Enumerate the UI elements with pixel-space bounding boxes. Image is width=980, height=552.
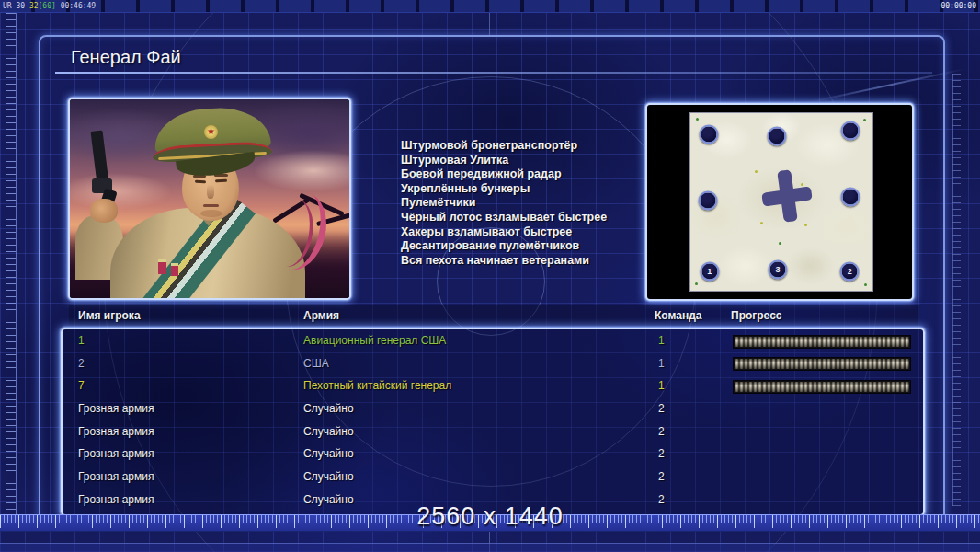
start-position-marker (768, 127, 787, 146)
player-team: 1 (658, 379, 665, 392)
ability-item: Штурмовой бронетранспортёр (401, 139, 607, 154)
player-army: Авиационный генерал США (303, 334, 446, 347)
progress-bar-fill (735, 337, 909, 347)
player-team: 2 (658, 447, 665, 460)
start-position-marker (841, 121, 860, 141)
player-army: Случайно (303, 425, 354, 438)
minimap: 132 (645, 103, 914, 301)
table-row: 7Пехотный китайский генерал1 (63, 374, 923, 397)
left-ruler (6, 13, 17, 519)
column-header-army: Армия (303, 309, 339, 322)
start-position-marker (841, 187, 860, 206)
ability-item: Чёрный лотос взламывает быстрее (401, 211, 607, 225)
map-resolution-label: 2560 x 1440 (0, 502, 980, 531)
player-team: 1 (658, 334, 665, 347)
start-position-marker (699, 125, 718, 144)
player-list: 1Авиационный генерал США12США17Пехотный … (61, 328, 925, 516)
player-army: Случайно (303, 447, 354, 460)
progress-bar-fill (735, 359, 909, 369)
progress-bar-fill (735, 382, 909, 392)
player-name: Грозная армия (78, 447, 154, 460)
ability-item: Вся пехота начинает ветеранами (401, 254, 607, 269)
player-team: 2 (658, 470, 665, 483)
table-row: Грозная армияСлучайно2 (63, 397, 923, 420)
player-name: 2 (78, 357, 85, 370)
ability-item: Хакеры взламывают быстрее (401, 225, 607, 240)
table-row: 2США1 (63, 352, 923, 375)
ability-item: Укреплённые бункеры (401, 182, 607, 197)
ability-item: Штурмовая Улитка (401, 154, 607, 168)
table-row: Грозная армияСлучайно2 (63, 420, 923, 443)
column-header-team: Команда (655, 309, 701, 322)
progress-bar (733, 335, 911, 349)
ability-item: Пулемётчики (401, 196, 607, 211)
player-team: 2 (658, 425, 665, 438)
title-underline (55, 72, 932, 74)
column-header-progress: Прогресс (731, 309, 781, 322)
right-ruler (952, 74, 961, 506)
player-army: Случайно (303, 470, 354, 483)
ability-item: Боевой передвижной радар (401, 167, 607, 182)
start-position-marker: 3 (769, 259, 788, 279)
ability-item: Десантирование пулемётчиков (401, 239, 607, 254)
table-row: Грозная армияСлучайно2 (63, 466, 923, 489)
player-army: Пехотный китайский генерал (303, 379, 451, 392)
player-name: 1 (78, 334, 85, 347)
medal (158, 259, 166, 274)
column-header-player: Имя игрока (78, 309, 141, 322)
abilities-list: Штурмовой бронетранспортёрШтурмовая Улит… (401, 139, 607, 268)
general-hand (90, 199, 118, 223)
table-header-row: Имя игрока Армия Команда Прогресс (69, 305, 919, 326)
table-row: Грозная армияСлучайно2 (63, 443, 923, 466)
start-position-marker: 2 (840, 261, 860, 281)
player-name: Грозная армия (78, 425, 154, 438)
start-position-marker: 1 (700, 261, 719, 281)
minimap-map: 132 (689, 112, 873, 292)
player-name: 7 (78, 379, 85, 392)
player-team: 1 (658, 357, 665, 370)
fps-debug-text: UR 30 32[60] 00:46:49 (3, 2, 96, 10)
medal (171, 263, 178, 276)
table-row: 1Авиационный генерал США1 (63, 329, 923, 352)
player-army: Случайно (303, 402, 354, 415)
general-portrait: ★ (68, 98, 351, 300)
player-team: 2 (658, 402, 665, 415)
debug-topbar: UR 30 32[60] 00:46:49 00:00:00 (0, 0, 980, 13)
loading-screen: UR 30 32[60] 00:46:49 00:00:00 Генерал Ф… (0, 0, 980, 552)
player-name: Грозная армия (78, 402, 154, 415)
page-title: Генерал Фай (71, 47, 181, 68)
progress-bar (733, 357, 911, 371)
progress-bar (733, 380, 911, 394)
cap-star-badge: ★ (204, 125, 218, 139)
player-army: США (303, 357, 329, 370)
bottom-strip (0, 543, 980, 552)
player-name: Грозная армия (78, 470, 154, 483)
start-position-marker (698, 190, 717, 210)
match-timer: 00:00:00 (940, 2, 976, 10)
